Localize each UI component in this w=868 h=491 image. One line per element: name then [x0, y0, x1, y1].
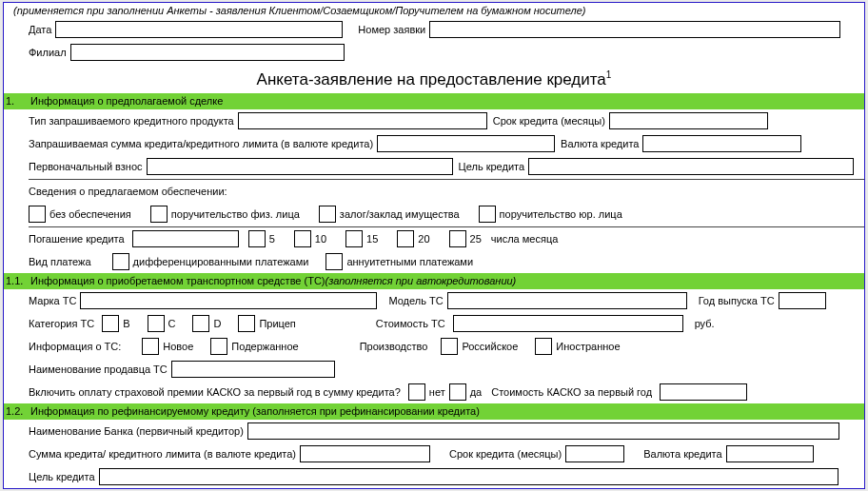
- row-vehicle-main: Марка ТС Модель ТС Год выпуска ТС: [4, 289, 864, 312]
- label-collat4: поручительство юр. лица: [500, 208, 622, 220]
- label-seller: Наименование продавца ТС: [29, 363, 171, 375]
- section-1-num: 1.: [4, 95, 30, 107]
- label-pay1: дифференцированными платежами: [133, 256, 309, 267]
- cb-kasko-yes[interactable]: [449, 383, 466, 401]
- row-ref-purpose: Цель кредита: [4, 465, 864, 488]
- lbl-repay-suffix: числа месяца: [491, 233, 559, 245]
- cb-cat-c[interactable]: [148, 315, 165, 332]
- cb-cat-b[interactable]: [102, 315, 119, 332]
- label-ref-purpose: Цель кредита: [29, 471, 99, 482]
- lbl-rus: Российское: [462, 341, 518, 352]
- input-date[interactable]: [55, 21, 343, 38]
- row-vehicle-info: Информация о ТС: Новое Подержанное Произ…: [4, 335, 864, 358]
- cb-cat-trailer[interactable]: [238, 315, 255, 332]
- cb-guarantee-ind[interactable]: [150, 206, 168, 223]
- cb-no-collat[interactable]: [29, 206, 46, 223]
- label-brand: Марка ТС: [29, 295, 80, 306]
- row-date: Дата Номер заявки: [4, 18, 864, 41]
- cb-d20[interactable]: [397, 230, 414, 247]
- row-bank: Наименование Банка (первичный кредитор): [4, 420, 864, 442]
- label-ref-amount: Сумма кредита/ кредитного лимита (в валю…: [29, 448, 300, 460]
- label-appnum: Номер заявки: [358, 24, 429, 35]
- label-term: Срок кредита (месяцы): [493, 115, 609, 127]
- section-1-1: 1.1. Информация о приобретаемом транспор…: [4, 273, 864, 289]
- lbl-cb: B: [123, 318, 129, 329]
- cb-pledge[interactable]: [319, 206, 336, 223]
- label-collat: Сведения о предлагаемом обеспечении:: [29, 186, 231, 197]
- page-title: Анкета-заявление на предоставление креди…: [4, 64, 864, 93]
- lbl-d25: 25: [470, 233, 482, 245]
- cb-d15[interactable]: [345, 230, 363, 247]
- input-ref-term[interactable]: [565, 445, 624, 462]
- input-term[interactable]: [609, 112, 768, 129]
- label-prod: Производство: [360, 341, 432, 352]
- cb-cat-d[interactable]: [192, 315, 209, 332]
- title-footnote: 1: [606, 69, 612, 80]
- row-ref-amount: Сумма кредита/ кредитного лимита (в валю…: [4, 442, 864, 465]
- lbl-used: Подержанное: [231, 341, 298, 352]
- lbl-cd: D: [213, 318, 221, 329]
- input-repay[interactable]: [132, 230, 239, 247]
- input-bank[interactable]: [247, 422, 839, 440]
- label-repay: Погашение кредита: [29, 233, 128, 245]
- cb-pay-diff[interactable]: [112, 253, 129, 270]
- section-1-2: 1.2. Информация по рефинансируемому кред…: [4, 403, 864, 420]
- label-info: Информация о ТС:: [29, 341, 125, 352]
- input-seller[interactable]: [171, 361, 335, 378]
- section-1-1-hint: (заполняется при автокредитовании): [326, 275, 517, 286]
- cb-d25[interactable]: [449, 230, 466, 247]
- row-repay: Погашение кредита 5 10 15 20 25 числа ме…: [4, 227, 864, 250]
- form-page: (применяется при заполнении Анкеты - зая…: [3, 2, 865, 489]
- row-collat: без обеспечения поручительство физ. лица…: [4, 203, 864, 226]
- section-1: 1. Информация о предполагаемой сделке: [4, 93, 864, 109]
- input-ref-purpose[interactable]: [99, 468, 838, 485]
- lbl-d10: 10: [315, 233, 326, 245]
- lbl-d15: 15: [366, 233, 378, 245]
- input-year[interactable]: [779, 292, 826, 309]
- cb-guarantee-corp[interactable]: [479, 206, 496, 223]
- input-amount[interactable]: [377, 135, 555, 152]
- lbl-foreign: Иностранное: [556, 341, 620, 352]
- label-ref-term: Срок кредита (месяцы): [449, 448, 565, 460]
- cb-foreign[interactable]: [535, 338, 552, 355]
- input-purpose[interactable]: [528, 158, 854, 175]
- lbl-d20: 20: [418, 233, 429, 245]
- input-product[interactable]: [238, 112, 487, 129]
- row-paytype: Вид платежа дифференцированными платежам…: [4, 250, 864, 273]
- label-paytype: Вид платежа: [29, 256, 95, 267]
- cb-d5[interactable]: [248, 230, 266, 247]
- row-branch: Филиал: [4, 41, 864, 64]
- label-collat3: залог/заклад имущества: [340, 208, 460, 220]
- label-pay2: аннуитетными платежами: [346, 256, 473, 267]
- lbl-no: нет: [429, 386, 445, 398]
- label-currency: Валюта кредита: [561, 138, 642, 149]
- input-model[interactable]: [447, 292, 687, 309]
- cb-new[interactable]: [142, 338, 159, 355]
- cb-kasko-no[interactable]: [408, 383, 425, 401]
- label-kasko-q: Включить оплату страховой премии КАСКО з…: [29, 386, 404, 398]
- lbl-d5: 5: [269, 233, 275, 245]
- cb-pay-annuity[interactable]: [326, 253, 343, 270]
- label-purpose: Цель кредита: [459, 161, 529, 172]
- input-ref-amount[interactable]: [300, 445, 430, 462]
- label-down: Первоначальный взнос: [29, 161, 147, 172]
- label-branch: Филиал: [29, 47, 70, 58]
- cb-rus[interactable]: [441, 338, 458, 355]
- label-ref-currency: Валюта кредита: [643, 448, 725, 460]
- label-kasko-cost: Стоимость КАСКО за первый год: [491, 386, 656, 398]
- label-collat2: поручительство физ. лица: [171, 208, 300, 220]
- section-1-1-num: 1.1.: [4, 275, 30, 286]
- lbl-cc: C: [168, 318, 176, 329]
- input-cost[interactable]: [453, 315, 683, 332]
- row-kasko: Включить оплату страховой премии КАСКО з…: [4, 381, 864, 403]
- label-product: Тип запрашиваемого кредитного продукта: [29, 115, 238, 127]
- input-brand[interactable]: [80, 292, 377, 309]
- input-down[interactable]: [147, 158, 453, 175]
- input-branch[interactable]: [70, 44, 345, 61]
- input-ref-currency[interactable]: [726, 445, 814, 462]
- input-appnum[interactable]: [429, 21, 840, 38]
- input-currency[interactable]: [642, 135, 801, 152]
- input-kasko-cost[interactable]: [660, 383, 747, 401]
- cb-d10[interactable]: [294, 230, 311, 247]
- cb-used[interactable]: [210, 338, 227, 355]
